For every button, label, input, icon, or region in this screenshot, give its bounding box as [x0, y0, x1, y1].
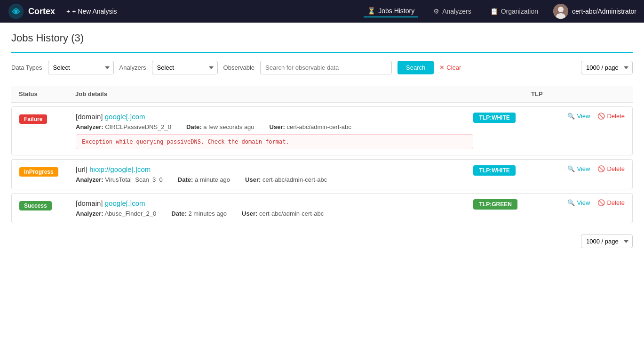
user-menu[interactable]: cert-abc/Administrator	[553, 4, 636, 19]
details-col: [domain] google[.]com Analyzer: Abuse_Fi…	[76, 199, 473, 217]
job-meta: Analyzer: Abuse_Finder_2_0 Date: 2 minut…	[76, 210, 473, 217]
status-badge: Failure	[19, 114, 47, 124]
delete-icon: 🚫	[597, 199, 605, 206]
date-meta: Date: a few seconds ago	[186, 123, 254, 130]
search-icon: 🔍	[567, 199, 575, 206]
search-icon: 🔍	[567, 165, 575, 172]
view-button[interactable]: 🔍 View	[567, 165, 590, 172]
job-actions: 🔍 View 🚫 Delete	[567, 113, 625, 120]
col-details-header: Job details	[75, 90, 531, 97]
date-meta: Date: 2 minutes ago	[171, 210, 227, 217]
col-tlp-header: TLP	[531, 90, 625, 97]
job-value: google[.]com	[105, 113, 145, 121]
view-button[interactable]: 🔍 View	[567, 199, 590, 206]
clear-button[interactable]: ✕ Clear	[439, 64, 461, 71]
search-button[interactable]: Search	[398, 61, 434, 74]
job-title: [domain] google[.]com	[76, 113, 473, 121]
status-badge: InProgress	[19, 167, 58, 177]
user-meta: User: cert-abc/admin-cert-abc	[245, 176, 327, 183]
page-container: Jobs History (3) Data Types Select Analy…	[0, 23, 644, 348]
bottom-bar: 1000 / page 25 / page 50 / page 100 / pa…	[11, 227, 633, 248]
page-title: Jobs History (3)	[11, 32, 633, 44]
job-type: [domain]	[76, 113, 105, 121]
delete-icon: 🚫	[597, 165, 605, 172]
job-actions: 🔍 View 🚫 Delete	[567, 165, 625, 172]
table-row: Failure [domain] google[.]com Analyzer: …	[11, 106, 633, 155]
job-type: [domain]	[76, 199, 105, 207]
date-meta: Date: a minute ago	[178, 176, 230, 183]
delete-button[interactable]: 🚫 Delete	[597, 113, 625, 120]
tlp-col: TLP:WHITE	[473, 165, 567, 176]
table-row: Success [domain] google[.]com Analyzer: …	[11, 193, 633, 223]
job-type: [url]	[76, 165, 89, 173]
analyzer-meta: Analyzer: VirusTotal_Scan_3_0	[76, 176, 163, 183]
delete-button[interactable]: 🚫 Delete	[597, 199, 625, 206]
job-actions: 🔍 View 🚫 Delete	[567, 199, 625, 206]
analyzers-select[interactable]: Select	[152, 61, 218, 74]
jobs-list: Failure [domain] google[.]com Analyzer: …	[11, 106, 633, 223]
plus-icon: +	[66, 8, 70, 15]
analyzer-meta: Analyzer: Abuse_Finder_2_0	[76, 210, 156, 217]
status-badge: Success	[19, 201, 52, 210]
error-message: Exception while querying passiveDNS. Che…	[76, 134, 473, 149]
navbar: Cortex + + New Analysis ⏳ Jobs History ⚙…	[0, 0, 644, 23]
analyzers-label: Analyzers	[119, 64, 146, 71]
col-status-header: Status	[19, 90, 75, 97]
user-meta: User: cert-abc/admin-cert-abc	[270, 123, 351, 130]
brand-logo[interactable]: Cortex	[8, 3, 55, 20]
delete-button[interactable]: 🚫 Delete	[597, 165, 625, 172]
tlp-badge: TLP:WHITE	[473, 113, 515, 123]
gear-icon: ⚙	[433, 8, 439, 15]
clear-icon: ✕	[439, 64, 445, 71]
svg-point-1	[14, 9, 17, 13]
tlp-col: TLP:WHITE	[473, 113, 567, 123]
hourglass-icon: ⏳	[367, 7, 375, 15]
observable-input[interactable]	[260, 61, 392, 74]
svg-point-3	[558, 7, 564, 12]
table-header: Status Job details TLP	[11, 86, 633, 103]
status-col: InProgress	[19, 165, 76, 177]
page-size-select[interactable]: 1000 / page 25 / page 50 / page 100 / pa…	[581, 61, 633, 74]
analyzer-meta: Analyzer: CIRCLPassiveDNS_2_0	[76, 123, 171, 130]
status-col: Success	[19, 199, 76, 210]
filter-bar: Data Types Select Analyzers Select Obser…	[11, 61, 633, 74]
analyzers-nav[interactable]: ⚙ Analyzers	[429, 6, 475, 17]
job-meta: Analyzer: VirusTotal_Scan_3_0 Date: a mi…	[76, 176, 473, 183]
status-col: Failure	[19, 113, 76, 124]
organization-nav[interactable]: 📋 Organization	[486, 6, 542, 17]
new-analysis-button[interactable]: + + New Analysis	[66, 8, 117, 15]
view-button[interactable]: 🔍 View	[567, 113, 590, 120]
details-col: [url] hxxp://google[.]com Analyzer: Viru…	[76, 165, 473, 183]
user-meta: User: cert-abc/admin-cert-abc	[242, 210, 324, 217]
data-types-select[interactable]: Select	[48, 61, 114, 74]
job-value: google[.]com	[105, 199, 145, 207]
search-icon: 🔍	[567, 113, 575, 120]
job-meta: Analyzer: CIRCLPassiveDNS_2_0 Date: a fe…	[76, 123, 473, 130]
job-value: hxxp://google[.]com	[89, 165, 151, 173]
observable-label: Observable	[223, 64, 254, 71]
data-types-label: Data Types	[11, 64, 42, 71]
avatar	[553, 4, 568, 19]
jobs-history-nav[interactable]: ⏳ Jobs History	[364, 5, 418, 17]
tlp-badge: TLP:WHITE	[473, 165, 515, 176]
job-title: [domain] google[.]com	[76, 199, 473, 207]
brand-name: Cortex	[28, 7, 55, 16]
delete-icon: 🚫	[597, 113, 605, 120]
user-label: cert-abc/Administrator	[572, 8, 636, 15]
details-col: [domain] google[.]com Analyzer: CIRCLPas…	[76, 113, 473, 149]
bottom-page-size-select[interactable]: 1000 / page 25 / page 50 / page 100 / pa…	[581, 235, 633, 248]
tlp-col: TLP:GREEN	[473, 199, 567, 210]
job-title: [url] hxxp://google[.]com	[76, 165, 473, 173]
top-border	[11, 52, 633, 53]
tlp-badge: TLP:GREEN	[473, 199, 517, 210]
org-icon: 📋	[490, 8, 498, 15]
table-row: InProgress [url] hxxp://google[.]com Ana…	[11, 159, 633, 189]
